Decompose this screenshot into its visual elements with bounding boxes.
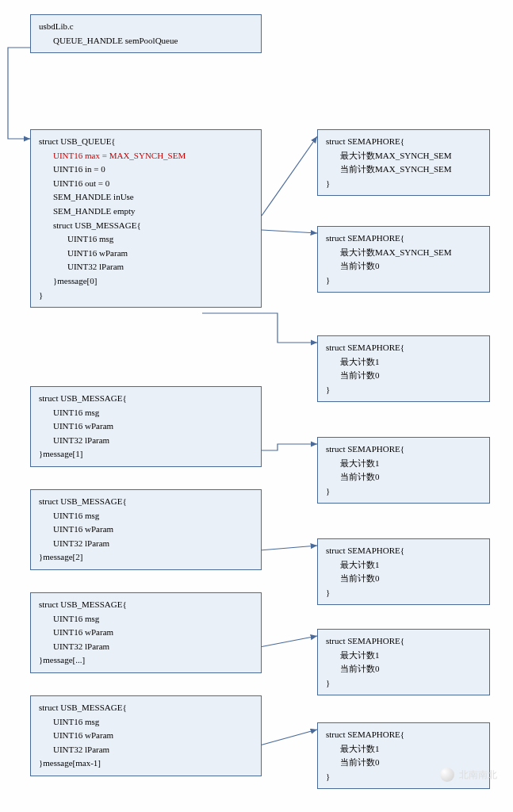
semaphore-open: struct SEMAPHORE{ — [326, 634, 481, 649]
message-wparam: UINT16 wParam — [53, 419, 253, 434]
usb-queue-inner-close: }message[0] — [53, 274, 253, 289]
semaphore-curcount: 当前计数MAX_SYNCH_SEM — [340, 163, 481, 177]
box-semaphore-4: struct SEMAPHORE{ 最大计数1 当前计数0 } — [317, 437, 490, 504]
box-semaphore-3: struct SEMAPHORE{ 最大计数1 当前计数0 } — [317, 335, 490, 402]
message-msg: UINT16 msg — [53, 715, 253, 730]
box-semaphore-1: struct SEMAPHORE{ 最大计数MAX_SYNCH_SEM 当前计数… — [317, 129, 490, 196]
message-open: struct USB_MESSAGE{ — [39, 495, 253, 509]
box-message-1: struct USB_MESSAGE{ UINT16 msg UINT16 wP… — [30, 386, 262, 467]
box-semaphore-6: struct SEMAPHORE{ 最大计数1 当前计数0 } — [317, 629, 490, 695]
message-open: struct USB_MESSAGE{ — [39, 392, 253, 406]
semaphore-maxcount: 最大计数1 — [340, 558, 481, 573]
semaphore-maxcount: 最大计数1 — [340, 355, 481, 370]
watermark-logo-icon — [440, 768, 454, 782]
semaphore-close: } — [326, 177, 481, 191]
usb-queue-open: struct USB_QUEUE{ — [39, 135, 253, 149]
semaphore-close: } — [326, 485, 481, 499]
semaphore-close: } — [326, 274, 481, 288]
semaphore-close: } — [326, 676, 481, 691]
semaphore-open: struct SEMAPHORE{ — [326, 544, 481, 558]
semaphore-curcount: 当前计数0 — [340, 572, 481, 586]
usb-queue-close: } — [39, 289, 253, 303]
semaphore-maxcount: 最大计数MAX_SYNCH_SEM — [340, 246, 481, 260]
semaphore-curcount: 当前计数0 — [340, 369, 481, 383]
message-close: }message[1] — [39, 447, 253, 462]
semaphore-maxcount: 最大计数1 — [340, 457, 481, 471]
semaphore-close: } — [326, 586, 481, 600]
message-lparam: UINT32 lParam — [53, 743, 253, 757]
semaphore-open: struct SEMAPHORE{ — [326, 135, 481, 149]
usb-queue-inner-open: struct USB_MESSAGE{ — [53, 219, 253, 233]
usb-queue-wparam: UINT16 wParam — [67, 247, 253, 261]
usb-queue-inuse: SEM_HANDLE inUse — [53, 190, 253, 205]
semaphore-close: } — [326, 383, 481, 397]
watermark: 北南南北 — [440, 768, 497, 782]
message-wparam: UINT16 wParam — [53, 729, 253, 743]
message-msg: UINT16 msg — [53, 509, 253, 523]
message-lparam: UINT32 lParam — [53, 640, 253, 654]
semaphore-curcount: 当前计数0 — [340, 259, 481, 274]
semaphore-open: struct SEMAPHORE{ — [326, 442, 481, 457]
message-wparam: UINT16 wParam — [53, 523, 253, 537]
message-wparam: UINT16 wParam — [53, 626, 253, 640]
box-message-dots: struct USB_MESSAGE{ UINT16 msg UINT16 wP… — [30, 592, 262, 673]
semaphore-maxcount: 最大计数1 — [340, 649, 481, 663]
message-close: }message[...] — [39, 653, 253, 668]
message-msg: UINT16 msg — [53, 406, 253, 420]
box-message-2: struct USB_MESSAGE{ UINT16 msg UINT16 wP… — [30, 489, 262, 570]
message-close: }message[max-1] — [39, 756, 253, 771]
message-msg: UINT16 msg — [53, 612, 253, 626]
usb-queue-msg: UINT16 msg — [67, 232, 253, 247]
box-semaphore-2: struct SEMAPHORE{ 最大计数MAX_SYNCH_SEM 当前计数… — [317, 226, 490, 293]
usbdlib-title: usbdLib.c — [39, 20, 253, 34]
usb-queue-out: UINT16 out = 0 — [53, 177, 253, 191]
usbdlib-decl: QUEUE_HANDLE semPoolQueue — [53, 34, 253, 48]
message-open: struct USB_MESSAGE{ — [39, 701, 253, 715]
box-semaphore-5: struct SEMAPHORE{ 最大计数1 当前计数0 } — [317, 538, 490, 605]
semaphore-curcount: 当前计数0 — [340, 470, 481, 485]
usb-queue-empty: SEM_HANDLE empty — [53, 205, 253, 219]
semaphore-maxcount: 最大计数MAX_SYNCH_SEM — [340, 149, 481, 163]
box-message-max: struct USB_MESSAGE{ UINT16 msg UINT16 wP… — [30, 695, 262, 776]
message-open: struct USB_MESSAGE{ — [39, 598, 253, 612]
message-close: }message[2] — [39, 550, 253, 565]
semaphore-open: struct SEMAPHORE{ — [326, 341, 481, 355]
watermark-text: 北南南北 — [459, 768, 497, 782]
usb-queue-max: UINT16 max = MAX_SYNCH_SEM — [53, 149, 253, 163]
semaphore-curcount: 当前计数0 — [340, 662, 481, 676]
message-lparam: UINT32 lParam — [53, 537, 253, 551]
box-usb-queue: struct USB_QUEUE{ UINT16 max = MAX_SYNCH… — [30, 129, 262, 308]
box-usbdlib: usbdLib.c QUEUE_HANDLE semPoolQueue — [30, 14, 262, 53]
usb-queue-in: UINT16 in = 0 — [53, 163, 253, 177]
message-lparam: UINT32 lParam — [53, 434, 253, 448]
usb-queue-lparam: UINT32 lParam — [67, 260, 253, 274]
semaphore-open: struct SEMAPHORE{ — [326, 728, 481, 742]
semaphore-maxcount: 最大计数1 — [340, 742, 481, 756]
semaphore-open: struct SEMAPHORE{ — [326, 232, 481, 246]
